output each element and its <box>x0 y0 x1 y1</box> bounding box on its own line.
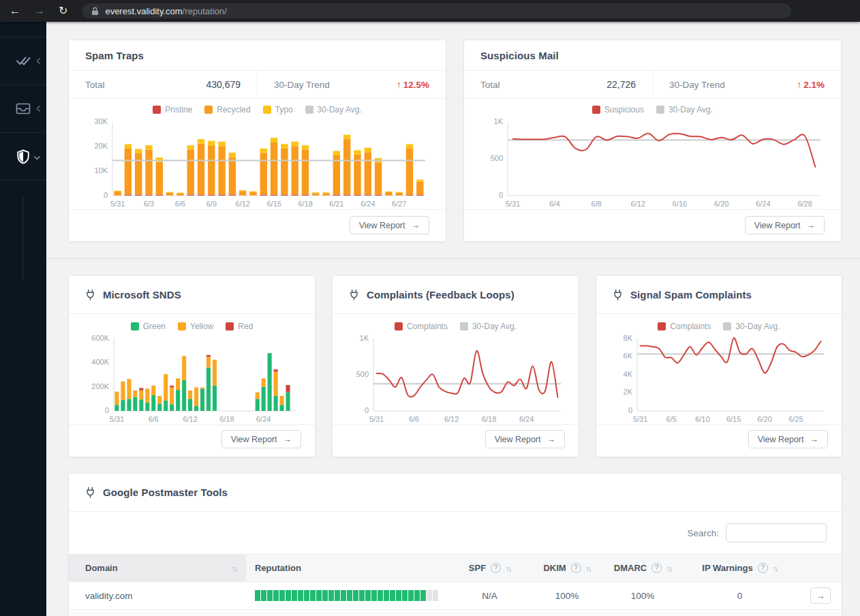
legend-swatch <box>226 322 234 330</box>
total-value: 430,679 <box>206 79 241 90</box>
column-header-dkim[interactable]: DKIM?↑↓ <box>529 555 605 581</box>
legend-item[interactable]: 30-Day Avg. <box>656 105 713 114</box>
card-title: Signal Spam Complaints <box>630 289 752 301</box>
column-header-ip-warnings[interactable]: IP Warnings?↑↓ <box>680 555 799 581</box>
help-icon[interactable]: ? <box>571 563 581 573</box>
sort-icon[interactable]: ↑↓ <box>232 564 236 572</box>
svg-text:500: 500 <box>491 154 503 162</box>
column-header-domain[interactable]: Domain↑↓ <box>69 555 246 581</box>
reputation-segment <box>396 590 401 601</box>
reputation-segment <box>267 590 273 601</box>
reputation-bar <box>246 590 450 601</box>
row-action-cell: → <box>799 587 842 604</box>
total-label: Total <box>480 80 500 90</box>
microsoft-snds-svg: 0200K400K600K5/316/66/126/186/24 <box>82 333 301 425</box>
svg-text:8K: 8K <box>624 334 633 342</box>
sort-icon[interactable]: ↑↓ <box>773 564 778 572</box>
view-report-button[interactable]: View Report→ <box>350 216 429 234</box>
search-label: Search: <box>687 528 719 538</box>
card-title: Google Postmaster Tools <box>103 487 228 498</box>
legend-item[interactable]: Green <box>131 322 166 331</box>
search-input[interactable] <box>726 523 827 542</box>
reputation-segment <box>378 590 383 601</box>
svg-text:5/31: 5/31 <box>506 200 520 208</box>
svg-text:6/20: 6/20 <box>714 200 728 208</box>
reputation-segment <box>359 590 365 601</box>
spam-traps-card: Spam Traps Total 430,679 30-Day Trend ↑1… <box>68 40 446 242</box>
plug-icon <box>349 289 359 301</box>
reputation-segment <box>371 590 377 601</box>
svg-text:6/18: 6/18 <box>219 415 234 423</box>
browser-refresh-button[interactable]: ↻ <box>59 5 67 16</box>
sidebar-item-inbox[interactable] <box>0 85 46 133</box>
svg-text:0: 0 <box>628 406 632 414</box>
help-icon[interactable]: ? <box>491 563 501 573</box>
column-header-spf[interactable]: SPF?↑↓ <box>450 555 529 581</box>
svg-text:6/18: 6/18 <box>298 200 312 208</box>
legend-item[interactable]: Complaints <box>658 322 711 331</box>
reputation-segment <box>390 590 395 601</box>
plug-icon <box>85 487 95 499</box>
svg-text:6/6: 6/6 <box>149 415 159 423</box>
legend-item[interactable]: Recycled <box>204 105 250 114</box>
svg-text:5/31: 5/31 <box>633 415 647 423</box>
suspicious-mail-svg: 05001K5/316/46/86/126/166/206/246/28 <box>480 117 825 209</box>
svg-text:6/24: 6/24 <box>519 415 534 423</box>
view-report-button[interactable]: View Report→ <box>748 430 828 448</box>
address-bar[interactable]: everest.validity.com/reputation/ <box>82 3 791 18</box>
reputation-segment <box>316 590 322 601</box>
lock-icon <box>91 7 99 16</box>
arrow-right-icon: → <box>547 435 556 444</box>
legend-item[interactable]: Pristine <box>153 105 192 114</box>
trend-value: ↑12.5% <box>397 80 429 90</box>
reputation-segment <box>420 590 426 601</box>
help-icon[interactable]: ? <box>651 563 662 573</box>
sidebar-item-reputation[interactable] <box>0 133 46 181</box>
help-icon[interactable]: ? <box>758 563 768 573</box>
browser-forward-button[interactable]: → <box>34 5 45 16</box>
sort-icon[interactable]: ↑↓ <box>586 564 591 572</box>
legend-item[interactable]: Red <box>226 322 253 331</box>
legend-item[interactable]: 30-Day Avg. <box>460 322 517 331</box>
svg-text:600K: 600K <box>91 334 109 342</box>
complaints-fbl-svg: 05001K5/316/66/126/186/24 <box>346 333 565 425</box>
reputation-segment <box>384 590 389 601</box>
complaints-chart: 05001K5/316/66/126/186/24 <box>346 333 565 425</box>
reputation-segment <box>322 590 328 601</box>
reputation-segment <box>279 590 285 601</box>
legend-item[interactable]: 30-Day Avg. <box>723 322 780 331</box>
browser-back-button[interactable]: ← <box>10 5 20 16</box>
view-report-button[interactable]: View Report→ <box>745 216 825 234</box>
svg-text:4K: 4K <box>624 370 633 378</box>
row-detail-button[interactable]: → <box>810 587 831 604</box>
plug-icon <box>85 289 95 301</box>
reputation-segment <box>335 590 340 601</box>
legend-item[interactable]: Yellow <box>178 322 213 331</box>
view-report-button[interactable]: View Report→ <box>485 430 565 448</box>
column-header-dmarc[interactable]: DMARC?↑↓ <box>605 555 680 581</box>
svg-text:5/31: 5/31 <box>369 415 384 423</box>
legend-item[interactable]: Typo <box>263 105 293 114</box>
plug-icon <box>613 289 623 301</box>
total-label: Total <box>85 80 105 90</box>
sidebar-item-checks[interactable] <box>0 37 46 85</box>
chevron-down-icon <box>33 151 41 163</box>
table-row: validity.comN/A100%100%0→ <box>69 582 842 610</box>
view-report-button[interactable]: View Report→ <box>221 430 301 448</box>
svg-text:5/31: 5/31 <box>110 200 125 208</box>
spam-traps-svg: 010K20K30K5/316/36/66/96/126/156/186/216… <box>85 117 429 209</box>
domain-cell: validity.com <box>69 591 246 601</box>
sort-icon[interactable]: ↑↓ <box>666 564 671 572</box>
svg-text:6/8: 6/8 <box>591 200 601 208</box>
svg-text:6/10: 6/10 <box>695 415 709 423</box>
svg-text:6/12: 6/12 <box>444 415 459 423</box>
svg-text:6/24: 6/24 <box>256 415 271 423</box>
legend-swatch <box>658 322 666 330</box>
legend-item[interactable]: Complaints <box>395 322 448 331</box>
legend-item[interactable]: 30-Day Avg. <box>305 105 362 114</box>
chart-legend: Complaints30-Day Avg. <box>610 320 828 333</box>
svg-text:6/5: 6/5 <box>666 415 677 423</box>
reputation-segment <box>292 590 297 601</box>
sort-icon[interactable]: ↑↓ <box>506 564 510 572</box>
legend-item[interactable]: Suspicious <box>592 105 644 114</box>
